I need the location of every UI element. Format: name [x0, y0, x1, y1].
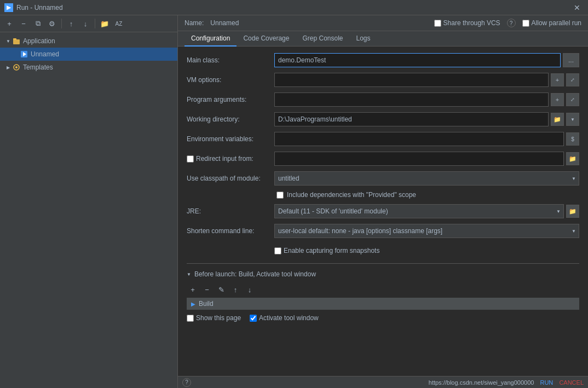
shorten-cmd-select[interactable]: user-local default: none - java [options… [274, 224, 579, 238]
show-page-group[interactable]: Show this page [187, 314, 241, 322]
status-bar-left: ? [182, 378, 191, 387]
share-vcs-group[interactable]: Share through VCS [434, 19, 500, 27]
jre-control: Default (11 - SDK of 'untitled' module) … [274, 204, 579, 218]
show-page-checkbox[interactable] [187, 315, 194, 322]
tree-item-templates[interactable]: ▶ Templates [0, 61, 177, 74]
jre-folder-button[interactable]: 📁 [566, 205, 579, 218]
tree-item-application[interactable]: ▼ Application [0, 34, 177, 48]
redirect-input-input[interactable] [274, 152, 564, 166]
working-directory-row: Working directory: D:\JavaPrograms\untit… [187, 112, 579, 126]
question-mark-icon[interactable]: ? [507, 19, 516, 27]
redirect-input-folder-button[interactable]: 📁 [566, 152, 579, 165]
parallel-run-group[interactable]: Allow parallel run [522, 19, 581, 27]
jre-row: JRE: Default (11 - SDK of 'untitled' mod… [187, 204, 579, 218]
move-up-button[interactable]: ↑ [65, 18, 77, 30]
activate-tool-window-group[interactable]: Activate tool window [250, 314, 319, 322]
add-config-button[interactable]: + [3, 18, 15, 30]
tree-item-unnamed[interactable]: ▶ Unnamed [0, 48, 177, 61]
title-bar: ▶ Run - Unnamed ✕ [0, 0, 588, 15]
enable-capturing-label[interactable]: Enable capturing form snapshots [284, 247, 379, 254]
program-arguments-control: + ⤢ [274, 92, 579, 107]
copy-config-button[interactable]: ⧉ [32, 18, 44, 30]
unnamed-label: Unnamed [31, 50, 59, 58]
program-arguments-expand-button[interactable]: ⤢ [566, 93, 579, 106]
application-folder-icon [12, 37, 21, 45]
status-url: https://blog.csdn.net/siwei_yang000000 [429, 379, 534, 386]
before-launch-add-button[interactable]: + [187, 283, 199, 296]
before-launch-remove-button[interactable]: − [201, 283, 213, 296]
run-status-button[interactable]: RUN [540, 379, 553, 386]
svg-point-5 [15, 66, 18, 68]
vm-options-row: VM options: + ⤢ [187, 73, 579, 87]
redirect-input-label: Redirect input from: [196, 155, 253, 163]
top-options: Share through VCS ? Allow parallel run [434, 19, 581, 27]
include-dependencies-label[interactable]: Include dependencies with "Provided" sco… [287, 191, 416, 199]
enable-capturing-checkbox[interactable] [274, 247, 281, 254]
main-class-browse-button[interactable]: ... [563, 53, 579, 67]
main-class-control: ... [274, 53, 579, 67]
templates-gear-icon [12, 63, 21, 72]
activate-tool-window-label: Activate tool window [259, 314, 319, 322]
templates-label: Templates [23, 63, 53, 71]
close-button[interactable]: ✕ [570, 2, 584, 13]
before-launch-collapse-icon[interactable]: ▼ [187, 272, 191, 277]
working-directory-dropdown-button[interactable]: ▼ [566, 113, 579, 126]
svg-rect-0 [13, 39, 20, 44]
jre-select[interactable]: Default (11 - SDK of 'untitled' module) [274, 204, 564, 218]
include-dependencies-checkbox[interactable] [276, 192, 284, 199]
build-arrow-icon: ▶ [191, 301, 195, 307]
redirect-input-checkbox[interactable] [187, 155, 194, 163]
redirect-input-control: 📁 [274, 152, 579, 166]
settings-config-button[interactable]: ⚙ [46, 18, 58, 30]
vm-options-expand-button[interactable]: ⤢ [566, 73, 579, 86]
tree-arrow-templates: ▶ [4, 65, 12, 70]
sort-button[interactable]: AZ [113, 18, 125, 30]
classpath-module-label: Use classpath of module: [187, 175, 274, 182]
config-content-area: Main class: ... VM options: + ⤢ Program … [178, 47, 588, 376]
svg-rect-1 [13, 38, 16, 40]
status-bar: ? https://blog.csdn.net/siwei_yang000000… [178, 376, 588, 388]
before-launch-header: ▼ Before launch: Build, Activate tool wi… [187, 268, 579, 281]
move-down-button[interactable]: ↓ [79, 18, 91, 30]
program-arguments-label: Program arguments: [187, 96, 274, 103]
remove-config-button[interactable]: − [18, 18, 30, 30]
application-label: Application [23, 37, 55, 45]
app-icon: ▶ [4, 3, 13, 12]
share-vcs-checkbox[interactable] [434, 20, 441, 27]
right-panel: Name: Unnamed Share through VCS ? Allow … [178, 15, 588, 388]
classpath-module-control: untitled ▼ [274, 171, 579, 186]
redirect-input-row: Redirect input from: 📁 [187, 152, 579, 166]
help-icon[interactable]: ? [182, 378, 191, 387]
tab-code-coverage[interactable]: Code Coverage [237, 31, 296, 47]
program-arguments-input[interactable] [274, 92, 549, 107]
build-row[interactable]: ▶ Build [187, 298, 579, 310]
env-variables-edit-button[interactable]: $ [566, 132, 579, 146]
vm-options-input[interactable] [274, 73, 549, 87]
left-toolbar: + − ⧉ ⚙ ↑ ↓ 📁 AZ [0, 15, 177, 32]
before-launch-edit-button[interactable]: ✎ [215, 283, 227, 296]
vm-options-add-button[interactable]: + [551, 73, 564, 86]
toolbar-separator-2 [95, 19, 95, 28]
toolbar-separator [61, 19, 62, 28]
tab-logs[interactable]: Logs [350, 31, 377, 47]
program-arguments-add-button[interactable]: + [551, 93, 564, 106]
tab-configuration[interactable]: Configuration [185, 31, 237, 47]
tree-area: ▼ Application ▶ Unnamed [0, 32, 177, 388]
main-class-input[interactable] [274, 53, 561, 67]
parallel-run-label: Allow parallel run [532, 19, 581, 27]
status-bar-right: https://blog.csdn.net/siwei_yang000000 R… [429, 379, 584, 386]
bottom-checkboxes: Show this page Activate tool window [187, 312, 579, 324]
classpath-module-select[interactable]: untitled [274, 171, 579, 186]
working-directory-folder-button[interactable]: 📁 [551, 113, 564, 126]
tree-arrow-application: ▼ [4, 39, 12, 44]
folder-button[interactable]: 📁 [99, 18, 111, 30]
enable-capturing-control: Enable capturing form snapshots [274, 247, 579, 254]
env-variables-input[interactable] [274, 132, 564, 146]
parallel-run-checkbox[interactable] [522, 20, 529, 27]
tab-grep-console[interactable]: Grep Console [296, 31, 349, 47]
activate-tool-window-checkbox[interactable] [250, 315, 257, 322]
cancel-status-button[interactable]: CANCEL [559, 379, 584, 386]
before-launch-down-button[interactable]: ↓ [244, 283, 256, 296]
tabs-bar: Configuration Code Coverage Grep Console… [178, 31, 588, 47]
before-launch-up-button[interactable]: ↑ [229, 283, 241, 296]
